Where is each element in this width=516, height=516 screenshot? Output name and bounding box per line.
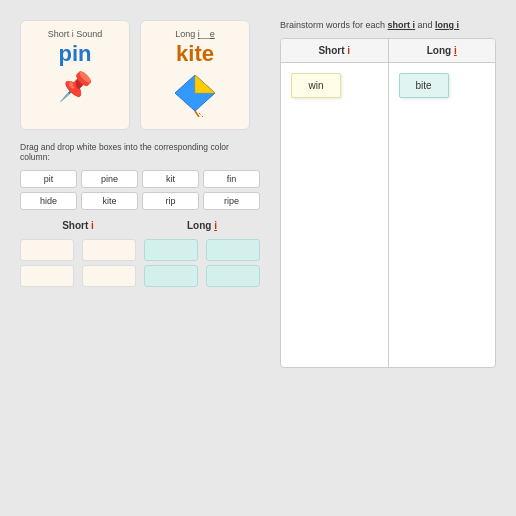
page: Short i Sound pin 📌 Long i__e kite <box>0 0 516 516</box>
brainstorm-long-header: Long i <box>389 39 496 63</box>
brainstorm-title: Brainstorm words for each short i and lo… <box>280 20 496 30</box>
long-word-bite[interactable]: bite <box>399 73 449 98</box>
sort-cream-4[interactable] <box>82 265 136 287</box>
short-word-win[interactable]: win <box>291 73 341 98</box>
sort-teal-2[interactable] <box>206 239 260 261</box>
kite-icon <box>171 73 219 117</box>
brainstorm-short-body: win <box>281 63 388 367</box>
short-i-word: pin <box>59 41 92 67</box>
sort-long-i-header: Long i <box>144 220 260 231</box>
word-box-ripe[interactable]: ripe <box>203 192 260 210</box>
short-i-card: Short i Sound pin 📌 <box>20 20 130 130</box>
long-i-word-text: kite <box>176 41 214 66</box>
brainstorm-short-header: Short i <box>281 39 388 63</box>
word-box-rip[interactable]: rip <box>142 192 199 210</box>
svg-marker-1 <box>195 75 215 93</box>
pin-icon: 📌 <box>58 73 93 101</box>
word-box-fin[interactable]: fin <box>203 170 260 188</box>
sort-teal-4[interactable] <box>206 265 260 287</box>
long-i-word: kite <box>176 41 214 67</box>
sort-teal-3[interactable] <box>144 265 198 287</box>
word-box-pine[interactable]: pine <box>81 170 138 188</box>
drag-instruction: Drag and drop white boxes into the corre… <box>20 142 260 162</box>
brainstorm-short-col: Short i win <box>281 39 389 367</box>
left-panel: Short i Sound pin 📌 Long i__e kite <box>20 20 260 496</box>
word-boxes: pit pine kit fin hide kite rip ripe <box>20 170 260 210</box>
sort-section: Short i Long i <box>20 220 260 287</box>
short-i-label: Short i Sound <box>48 29 103 39</box>
word-box-pit[interactable]: pit <box>20 170 77 188</box>
brainstorm-long-body: bite <box>389 63 496 367</box>
svg-line-2 <box>195 111 199 117</box>
word-box-kite[interactable]: kite <box>81 192 138 210</box>
sort-cream-1[interactable] <box>20 239 74 261</box>
sort-row-2 <box>20 265 260 287</box>
long-i-card: Long i__e kite <box>140 20 250 130</box>
word-box-hide[interactable]: hide <box>20 192 77 210</box>
long-i-card-label: Long i__e <box>175 29 215 39</box>
brainstorm-long-col: Long i bite <box>389 39 496 367</box>
sort-cream-3[interactable] <box>20 265 74 287</box>
word-box-kit[interactable]: kit <box>142 170 199 188</box>
right-panel: Brainstorm words for each short i and lo… <box>280 20 496 496</box>
sort-short-i-header: Short i <box>20 220 136 231</box>
svg-line-3 <box>199 113 203 117</box>
short-i-word-text: pin <box>59 41 92 66</box>
sort-row-1 <box>20 239 260 261</box>
sort-headers: Short i Long i <box>20 220 260 235</box>
sound-cards: Short i Sound pin 📌 Long i__e kite <box>20 20 260 130</box>
sort-cream-2[interactable] <box>82 239 136 261</box>
sort-teal-1[interactable] <box>144 239 198 261</box>
brainstorm-columns: Short i win Long i bite <box>280 38 496 368</box>
